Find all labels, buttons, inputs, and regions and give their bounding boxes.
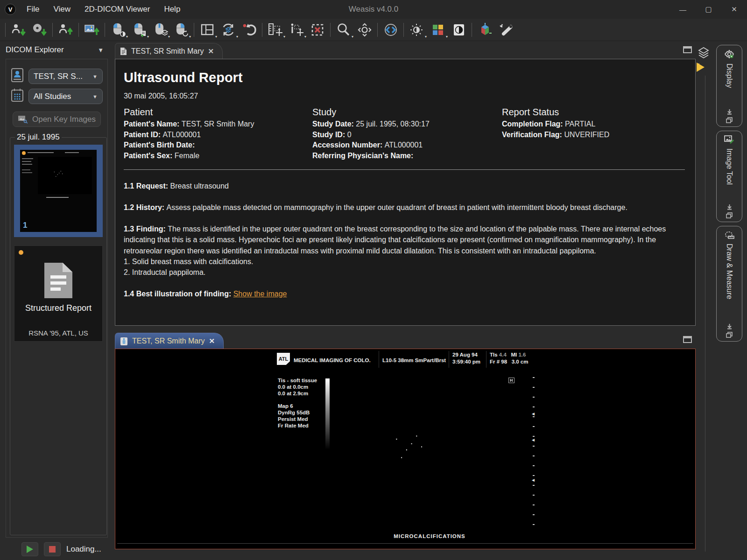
viewer-tab[interactable]: TEST, SR Smith Mary ✕ bbox=[115, 333, 224, 349]
weasis-logo-icon: V bbox=[5, 4, 16, 15]
minimize-icon[interactable]: — bbox=[670, 0, 696, 19]
synch-icon bbox=[220, 22, 237, 37]
finding-item: 1. Solid breast mass with calcifications… bbox=[124, 256, 685, 267]
structured-report-series[interactable]: Structured Report RSNA '95, ATL, US bbox=[14, 245, 103, 342]
layout-grid-icon bbox=[199, 23, 215, 37]
series-thumbnail-image bbox=[38, 157, 92, 194]
toolbar-separator bbox=[52, 23, 53, 37]
zoom-button[interactable]: ▾ bbox=[333, 20, 354, 40]
close-icon[interactable]: ✕ bbox=[721, 0, 747, 19]
document-icon bbox=[120, 47, 127, 56]
report-tab-bar: TEST, SR Smith Mary ✕ bbox=[115, 42, 696, 59]
dicom-tools-button[interactable] bbox=[495, 20, 516, 40]
key-object-dot-icon bbox=[19, 250, 23, 255]
layout-button[interactable]: ▾ bbox=[197, 20, 218, 40]
export-dicom-icon bbox=[58, 23, 74, 37]
main-area: TEST, SR Smith Mary ✕ Ultrasound Report … bbox=[109, 41, 696, 560]
stop-download-button[interactable] bbox=[44, 542, 61, 556]
import-dicom-button[interactable] bbox=[8, 20, 29, 40]
reset-button[interactable] bbox=[239, 20, 260, 40]
synchronize-button[interactable]: ▾ bbox=[218, 20, 239, 40]
download-controls: Loading... bbox=[0, 539, 109, 560]
annotation-button[interactable]: ▾ bbox=[286, 20, 307, 40]
image-tool-icon bbox=[724, 135, 734, 144]
viewer-scroll-line bbox=[117, 543, 693, 544]
pin-icon[interactable] bbox=[726, 109, 733, 115]
report-status-heading: Report Status bbox=[502, 107, 685, 118]
open-key-images-label: Open Key Images bbox=[32, 115, 96, 124]
measurement-button[interactable]: ▾ bbox=[265, 20, 286, 40]
splitter-line[interactable] bbox=[705, 76, 705, 552]
menu-help[interactable]: Help bbox=[157, 5, 187, 14]
menu-2d-dicom-viewer[interactable]: 2D-DICOM Viewer bbox=[78, 5, 157, 14]
export-dicom-button[interactable] bbox=[55, 20, 76, 40]
menu-file[interactable]: File bbox=[20, 5, 46, 14]
acquisition-datetime: 29 Aug 94 3:59:40 pm bbox=[452, 351, 480, 365]
annotation-icon bbox=[288, 22, 305, 37]
probe-info: L10-5 38mm SmPart/Brst bbox=[382, 357, 446, 363]
detach-view-icon[interactable] bbox=[683, 46, 692, 53]
invert-lut-button[interactable] bbox=[448, 20, 469, 40]
mouse-left-context-menu-button[interactable]: ▾ bbox=[128, 20, 149, 40]
tab-image-tool[interactable]: Image Tool bbox=[716, 131, 742, 222]
pin-icon[interactable] bbox=[726, 323, 733, 329]
collapse-panel-icon[interactable]: ▼ bbox=[98, 47, 104, 54]
tab-draw-measure[interactable]: Draw & Measure bbox=[716, 226, 742, 342]
patient-heading: Patient bbox=[124, 107, 312, 118]
toolbar-separator bbox=[403, 23, 404, 37]
color-lut-button[interactable]: ▾ bbox=[427, 20, 448, 40]
study-select[interactable]: All Studies ▼ bbox=[28, 89, 103, 104]
import-cd-button[interactable] bbox=[29, 20, 50, 40]
close-tab-icon[interactable]: ✕ bbox=[209, 337, 215, 345]
delete-measurements-button[interactable] bbox=[307, 20, 328, 40]
pin-icon[interactable] bbox=[726, 204, 733, 210]
patient-select[interactable]: TEST, SR S... ▼ bbox=[28, 69, 103, 84]
viewer-tab-bar: TEST, SR Smith Mary ✕ bbox=[115, 332, 696, 349]
tab-image-tool-label: Image Tool bbox=[725, 148, 733, 200]
series-thumbnail-selected[interactable]: 1 bbox=[14, 145, 103, 237]
dropdown-caret-icon: ▾ bbox=[147, 35, 149, 39]
show-the-image-link[interactable]: Show the image bbox=[233, 290, 287, 298]
brightness-icon bbox=[409, 23, 425, 37]
crosshair-button[interactable] bbox=[380, 20, 401, 40]
window-level-button[interactable]: ▾ bbox=[406, 20, 427, 40]
detach-panel-icon[interactable] bbox=[726, 332, 733, 338]
volume-rendering-button[interactable] bbox=[474, 20, 495, 40]
report-tab[interactable]: TEST, SR Smith Mary ✕ bbox=[115, 43, 223, 59]
pan-button[interactable] bbox=[354, 20, 375, 40]
close-tab-icon[interactable]: ✕ bbox=[208, 47, 214, 56]
ultrasound-frame: ATL MEDICAL IMAGING OF COLO. L10-5 38mm … bbox=[275, 350, 539, 548]
report-title: Ultrasound Report bbox=[124, 70, 685, 85]
image-viewer[interactable]: ATL MEDICAL IMAGING OF COLO. L10-5 38mm … bbox=[115, 349, 696, 549]
report-divider bbox=[124, 169, 685, 170]
detach-view-icon[interactable] bbox=[683, 336, 692, 343]
mouse-left-window-level-button[interactable]: ▾ bbox=[107, 20, 128, 40]
report-section-finding: 1.3 FindingThe mass is identified in the… bbox=[124, 224, 685, 278]
mouse-middle-series-scroll-button[interactable]: ▾ bbox=[149, 20, 170, 40]
detach-panel-icon[interactable] bbox=[726, 117, 733, 123]
patient-section: Patient Patient's NameTEST, SR Smith Mar… bbox=[124, 107, 312, 161]
report-section-history: 1.2 HistoryAssess palpable mass detected… bbox=[124, 202, 685, 213]
toolbar-separator bbox=[330, 23, 331, 37]
toolbar-separator bbox=[194, 23, 194, 37]
toolbar-separator bbox=[377, 23, 378, 37]
ultrasound-image[interactable] bbox=[346, 377, 513, 531]
study-heading: Study bbox=[312, 107, 502, 118]
open-key-images-button[interactable]: Open Key Images bbox=[13, 112, 101, 127]
tool-panel-strip: Display Image Tool Draw & Measure bbox=[716, 41, 747, 560]
study-select-value: All Studies bbox=[34, 92, 71, 101]
import-dicom-icon bbox=[11, 23, 27, 37]
tab-display[interactable]: Display bbox=[716, 45, 742, 127]
detach-panel-icon[interactable] bbox=[726, 212, 733, 218]
menu-view[interactable]: View bbox=[46, 5, 78, 14]
export-image-button[interactable] bbox=[81, 20, 102, 40]
main-toolbar: ▾ ▾ ▾ ▾ ▾ ▾ ▾ bbox=[0, 19, 747, 41]
lut-icon bbox=[430, 23, 446, 37]
grayscale-bar bbox=[325, 378, 330, 449]
splitter-handle-icon[interactable] bbox=[697, 63, 705, 72]
delete-selection-icon bbox=[310, 23, 325, 37]
mouse-right-windowing-button[interactable]: ▾ bbox=[170, 20, 191, 40]
maximize-icon[interactable]: ▢ bbox=[696, 0, 721, 19]
resume-download-button[interactable] bbox=[21, 542, 38, 556]
dropdown-caret-icon: ▾ bbox=[425, 35, 427, 39]
